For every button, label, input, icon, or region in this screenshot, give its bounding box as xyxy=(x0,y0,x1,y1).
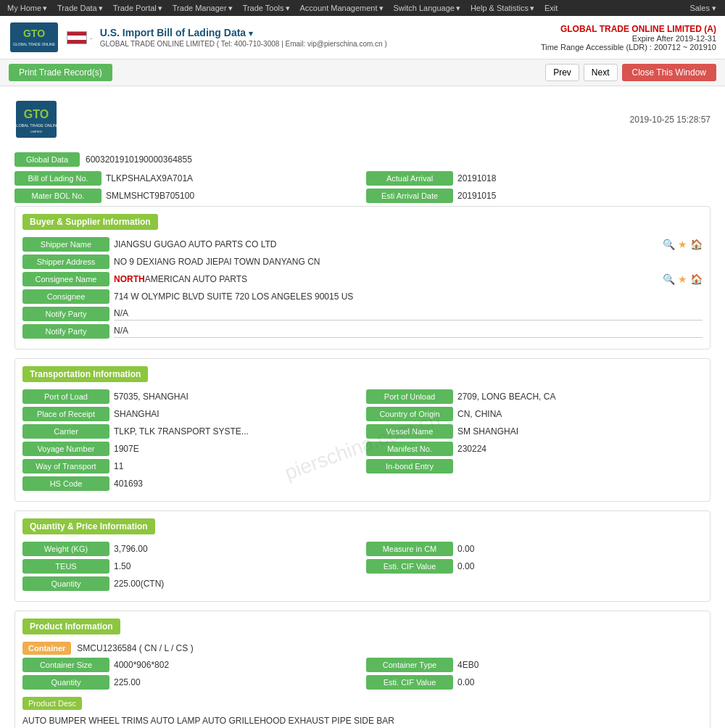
header-title-block: U.S. Import Bill of Lading Data ▾ GLOBAL… xyxy=(100,27,387,48)
port-unload-label: Port of Unload xyxy=(366,389,453,404)
time-range: Time Range Accessible (LDR) : 200712 ~ 2… xyxy=(541,43,716,51)
close-button-top[interactable]: Close This Window xyxy=(622,64,716,81)
country-origin-label: Country of Origin xyxy=(366,407,453,421)
shipper-address-label: Shipper Address xyxy=(22,255,109,269)
hs-code-label: HS Code xyxy=(22,476,109,491)
shipper-search-icon[interactable]: 🔍 xyxy=(663,239,675,250)
prod-quantity-value: 225.00 xyxy=(114,677,359,687)
hs-code-value: 401693 xyxy=(114,479,703,489)
header-right: GLOBAL TRADE ONLINE LIMITED (A) Expire A… xyxy=(541,24,716,51)
product-desc-value: AUTO BUMPER WHEEL TRIMS AUTO LAMP AUTO G… xyxy=(22,713,703,728)
consignee-star-icon[interactable]: ★ xyxy=(678,273,687,285)
container-size-label: Container Size xyxy=(22,658,109,672)
doc-gto-logo: GTO GLOBAL TRADE ONLINE LIMITED xyxy=(14,99,80,139)
carrier-vessel-row: Carrier TLKP, TLK 7RANSPORT SYSTE... Ves… xyxy=(22,424,703,439)
weight-measure-row: Weight (KG) 3,796.00 Measure in CM 0.00 xyxy=(22,542,703,556)
consignee-name-suffix: AMERICAN AUTO PARTS xyxy=(145,274,658,284)
print-button-top[interactable]: Print Trade Record(s) xyxy=(9,64,112,81)
gto-logo: GTO GLOBAL TRADE ONLINE xyxy=(9,21,59,54)
manifest-no-label: Manifest No. xyxy=(366,442,453,456)
nav-sales[interactable]: Sales ▾ xyxy=(684,2,722,15)
notify-party1-value: N/A xyxy=(114,308,703,320)
master-bol-row: Mater BOL No. SMLMSHCT9B705100 Esti Arri… xyxy=(14,189,710,203)
consignee-name-row: Consignee Name NORTH AMERICAN AUTO PARTS… xyxy=(22,272,703,286)
document-header: GTO GLOBAL TRADE ONLINE LIMITED 2019-10-… xyxy=(14,94,710,145)
header-left: GTO GLOBAL TRADE ONLINE - U.S. Import Bi… xyxy=(9,21,387,54)
product-info-section: Product Information Container SMCU123658… xyxy=(14,611,710,728)
consignee-name-prefix: NORTH xyxy=(114,274,145,284)
consignee-name-label: Consignee Name xyxy=(22,272,109,286)
shipper-name-row: Shipper Name JIANGSU GUGAO AUTO PARTS CO… xyxy=(22,237,703,252)
place-receipt-label: Place of Receipt xyxy=(22,407,109,421)
consignee-value: 714 W OLYMPIC BLVD SUITE 720 LOS ANGELES… xyxy=(114,291,703,302)
shipper-home-icon[interactable]: 🏠 xyxy=(690,239,703,250)
transportation-title: Transportation Information xyxy=(22,366,148,382)
hs-code-row: HS Code 401693 xyxy=(22,476,703,491)
quantity-row: Quantity 225.00(CTN) xyxy=(22,576,703,591)
master-bol-col: Mater BOL No. SMLMSHCT9B705100 xyxy=(14,189,359,203)
nav-trade-manager[interactable]: Trade Manager ▾ xyxy=(168,2,237,15)
nav-help[interactable]: Help & Statistics ▾ xyxy=(466,2,539,15)
consignee-home-icon[interactable]: 🏠 xyxy=(690,273,703,285)
container-badge: Container xyxy=(22,642,71,655)
esti-arrival-col: Esti Arrival Date 20191015 xyxy=(366,189,710,203)
prod-quantity-label: Quantity xyxy=(22,675,109,690)
global-data-label: Global Data xyxy=(14,152,80,167)
flag-area: - xyxy=(67,31,93,44)
carrier-label: Carrier xyxy=(22,424,109,439)
bol-no-value: TLKPSHALAX9A701A xyxy=(106,173,359,183)
container-size-type-row: Container Size 4000*906*802 Container Ty… xyxy=(22,658,703,672)
nav-exit[interactable]: Exit xyxy=(540,2,562,14)
svg-text:GTO: GTO xyxy=(24,108,49,120)
dropdown-arrow-icon[interactable]: ▾ xyxy=(249,29,253,38)
nav-language[interactable]: Switch Language ▾ xyxy=(389,2,465,15)
master-bol-label: Mater BOL No. xyxy=(14,189,102,203)
toolbar-right: Prev Next Close This Window xyxy=(545,64,716,81)
page-header: GTO GLOBAL TRADE ONLINE - U.S. Import Bi… xyxy=(0,16,725,59)
shipper-star-icon[interactable]: ★ xyxy=(678,239,687,250)
container-type-label: Container Type xyxy=(366,658,453,672)
notify-party2-row: Notify Party N/A xyxy=(22,324,703,339)
shipper-name-label: Shipper Name xyxy=(22,237,109,252)
product-desc-label: Product Desc xyxy=(22,697,82,710)
top-navigation: My Home ▾ Trade Data ▾ Trade Portal ▾ Tr… xyxy=(0,0,725,16)
next-button-top[interactable]: Next xyxy=(584,64,618,81)
container-size-value: 4000*906*802 xyxy=(114,660,359,670)
buyer-supplier-section: Buyer & Supplier Information Shipper Nam… xyxy=(14,206,710,349)
voyage-number-value: 1907E xyxy=(114,444,359,454)
nav-trade-tools[interactable]: Trade Tools ▾ xyxy=(239,2,294,15)
manifest-no-value: 230224 xyxy=(457,444,703,454)
bol-col: Bill of Lading No. TLKPSHALAX9A701A xyxy=(14,171,359,186)
svg-text:GLOBAL TRADE ONLINE: GLOBAL TRADE ONLINE xyxy=(13,42,56,46)
nav-items: My Home ▾ Trade Data ▾ Trade Portal ▾ Tr… xyxy=(3,2,562,15)
shipper-name-field: JIANGSU GUGAO AUTO PARTS CO LTD 🔍 ★ 🏠 xyxy=(114,239,703,250)
prev-button-top[interactable]: Prev xyxy=(545,64,579,81)
quantity-value: 225.00(CTN) xyxy=(114,579,703,589)
buyer-supplier-title: Buyer & Supplier Information xyxy=(22,214,158,230)
place-country-row: Place of Receipt SHANGHAI Country of Ori… xyxy=(22,407,703,421)
weight-value: 3,796.00 xyxy=(114,544,359,554)
nav-trade-data[interactable]: Trade Data ▾ xyxy=(53,2,107,15)
bol-no-label: Bill of Lading No. xyxy=(14,171,102,186)
quantity-label: Quantity xyxy=(22,576,109,591)
shipper-address-row: Shipper Address NO 9 DEXIANG ROAD JIEPAI… xyxy=(22,255,703,269)
nav-my-home[interactable]: My Home ▾ xyxy=(3,2,51,15)
global-data-row: Global Data 6003201910190000364855 xyxy=(14,152,710,167)
master-bol-value: SMLMSHCT9B705100 xyxy=(106,191,359,201)
way-transport-label: Way of Transport xyxy=(22,459,109,473)
port-load-label: Port of Load xyxy=(22,389,109,404)
transportation-section: Transportation Information Port of Load … xyxy=(14,358,710,502)
consignee-search-icon[interactable]: 🔍 xyxy=(663,273,675,285)
header-subtitle: GLOBAL TRADE ONLINE LIMITED ( Tel: 400-7… xyxy=(100,40,387,48)
top-toolbar: Print Trade Record(s) Prev Next Close Th… xyxy=(0,59,725,86)
bol-row: Bill of Lading No. TLKPSHALAX9A701A Actu… xyxy=(14,171,710,186)
flag-separator: - xyxy=(90,33,93,42)
notify-party1-row: Notify Party N/A xyxy=(22,307,703,321)
container-value: SMCU1236584 ( CN / L / CS ) xyxy=(77,643,703,653)
nav-trade-portal[interactable]: Trade Portal ▾ xyxy=(109,2,167,15)
in-bond-label: In-bond Entry xyxy=(366,459,453,473)
nav-account[interactable]: Account Management ▾ xyxy=(296,2,388,15)
prod-esti-cif-value: 0.00 xyxy=(457,677,703,687)
notify-party2-label: Notify Party xyxy=(22,324,109,339)
port-load-value: 57035, SHANGHAI xyxy=(114,392,359,402)
